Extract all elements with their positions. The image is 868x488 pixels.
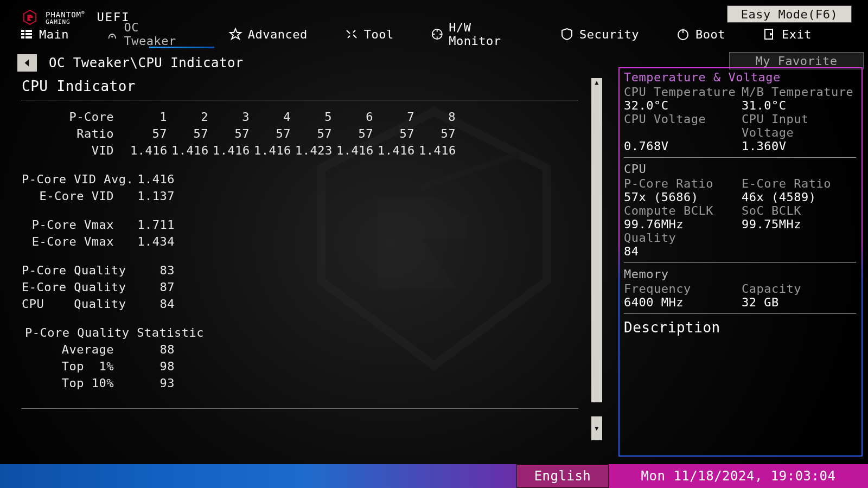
breadcrumb: OC Tweaker\CPU Indicator bbox=[49, 55, 244, 70]
divider bbox=[624, 262, 856, 263]
svg-rect-2 bbox=[21, 36, 24, 38]
divider bbox=[624, 313, 856, 314]
tab-security[interactable]: Security bbox=[560, 27, 639, 44]
pcore-idx: 4 bbox=[254, 110, 295, 124]
svg-rect-3 bbox=[25, 30, 32, 32]
value-readout: 83 bbox=[130, 264, 179, 277]
pcore-vid: 1.416 bbox=[254, 144, 295, 157]
tab-exit[interactable]: Exit bbox=[762, 27, 812, 44]
value-label: Average bbox=[22, 343, 130, 356]
scroll-down-icon[interactable]: ▼ bbox=[591, 416, 602, 440]
side-key: CPU Temperature bbox=[624, 85, 738, 99]
star-icon bbox=[228, 27, 242, 41]
scroll-track[interactable] bbox=[591, 87, 602, 432]
value-group: P-Core Vmax1.711E-Core Vmax1.434 bbox=[22, 218, 597, 248]
side-key: Capacity bbox=[742, 282, 856, 296]
easy-mode-button[interactable]: Easy Mode(F6) bbox=[727, 5, 852, 23]
value-readout: 84 bbox=[130, 297, 179, 311]
side-val: 84 bbox=[624, 245, 738, 258]
pcore-idx: 7 bbox=[378, 110, 419, 124]
value-readout: 1.137 bbox=[130, 189, 179, 203]
list-icon bbox=[20, 27, 34, 41]
brand-line1: PHANTOM bbox=[46, 10, 81, 19]
svg-rect-5 bbox=[25, 36, 32, 38]
tab-label: Main bbox=[39, 28, 69, 41]
value-label: E-Core VID bbox=[22, 189, 130, 203]
tab-h-w-monitor[interactable]: H/W Monitor bbox=[431, 21, 523, 51]
scroll-up-icon[interactable]: ▲ bbox=[591, 78, 602, 87]
pcore-idx: 2 bbox=[171, 110, 213, 124]
pcore-vid-label: VID bbox=[22, 144, 130, 157]
value-label: P-Core VID Avg. bbox=[22, 172, 130, 186]
content-scrollbar[interactable]: ▲ ▼ bbox=[591, 78, 602, 440]
back-button[interactable] bbox=[17, 54, 37, 72]
tab-advanced[interactable]: Advanced bbox=[228, 27, 308, 44]
active-tab-underline bbox=[149, 47, 214, 48]
pcore-ratio: 57 bbox=[378, 127, 419, 140]
side-header-memory: Memory bbox=[624, 267, 856, 281]
value-readout: 98 bbox=[130, 359, 179, 373]
divider bbox=[624, 157, 856, 158]
language-button[interactable]: English bbox=[516, 464, 609, 488]
value-label: E-Core Quality bbox=[22, 280, 130, 294]
pcore-vid: 1.416 bbox=[213, 144, 254, 157]
pcore-vid: 1.416 bbox=[419, 144, 460, 157]
pcore-vid: 1.416 bbox=[130, 144, 171, 157]
value-label: Top 1% bbox=[22, 359, 130, 373]
side-val: 57x (5686) bbox=[624, 190, 738, 204]
pcore-vid: 1.423 bbox=[295, 144, 336, 157]
pcore-ratio: 57 bbox=[171, 127, 213, 140]
status-bar-gradient bbox=[0, 464, 516, 488]
side-key: CPU Input Voltage bbox=[742, 112, 856, 139]
datetime-label: Mon 11/18/2024, 19:03:04 bbox=[609, 464, 868, 488]
side-val: 6400 MHz bbox=[624, 296, 738, 309]
side-val: 99.76MHz bbox=[624, 217, 738, 231]
value-readout: 87 bbox=[130, 280, 179, 294]
value-label: Top 10% bbox=[22, 376, 130, 390]
pcore-idx: 8 bbox=[419, 110, 460, 124]
tab-label: Exit bbox=[782, 28, 812, 41]
value-readout: 93 bbox=[130, 376, 179, 390]
side-key: Quality bbox=[624, 231, 738, 245]
scroll-thumb[interactable] bbox=[591, 87, 602, 402]
pcore-ratio: 57 bbox=[336, 127, 378, 140]
exit-icon bbox=[762, 27, 776, 41]
svg-rect-0 bbox=[21, 30, 24, 32]
pcore-vid: 1.416 bbox=[171, 144, 213, 157]
divider bbox=[21, 100, 578, 100]
power-icon bbox=[676, 27, 690, 41]
side-val: 31.0°C bbox=[742, 99, 856, 112]
tab-label: H/W Monitor bbox=[449, 21, 523, 48]
value-label: CPU Quality bbox=[22, 297, 130, 311]
svg-rect-9 bbox=[682, 29, 684, 33]
side-key: E-Core Ratio bbox=[742, 177, 856, 190]
tab-boot[interactable]: Boot bbox=[676, 27, 725, 44]
shield-icon bbox=[560, 27, 574, 41]
tab-label: Tool bbox=[364, 28, 394, 41]
pcore-header-label: P-Core bbox=[22, 110, 130, 124]
pcore-idx: 6 bbox=[336, 110, 378, 124]
value-readout: 1.434 bbox=[130, 235, 179, 248]
side-header-tempvolt: Temperature & Voltage bbox=[624, 70, 856, 84]
tab-label: Security bbox=[579, 28, 639, 41]
divider bbox=[21, 408, 578, 409]
value-label: P-Core Quality bbox=[22, 264, 130, 277]
gauge-icon bbox=[106, 27, 119, 41]
pcore-vid: 1.416 bbox=[336, 144, 378, 157]
tools-icon bbox=[344, 27, 359, 41]
value-label: P-Core Quality Statistic bbox=[22, 326, 179, 339]
svg-rect-1 bbox=[21, 33, 24, 35]
side-val: 32 GB bbox=[742, 296, 856, 309]
value-readout: 1.711 bbox=[130, 218, 179, 232]
pcore-ratio: 57 bbox=[295, 127, 336, 140]
tab-main[interactable]: Main bbox=[20, 27, 69, 44]
pcore-idx: 3 bbox=[213, 110, 254, 124]
side-key: CPU Voltage bbox=[624, 112, 738, 139]
side-key: Frequency bbox=[624, 282, 738, 296]
side-val: 46x (4589) bbox=[742, 190, 856, 204]
tab-tool[interactable]: Tool bbox=[344, 27, 394, 44]
side-key: Compute BCLK bbox=[624, 204, 738, 217]
pcore-idx: 1 bbox=[130, 110, 171, 124]
pcore-ratio: 57 bbox=[213, 127, 254, 140]
main-tabs: MainOC TweakerAdvancedToolH/W MonitorSec… bbox=[0, 24, 868, 48]
